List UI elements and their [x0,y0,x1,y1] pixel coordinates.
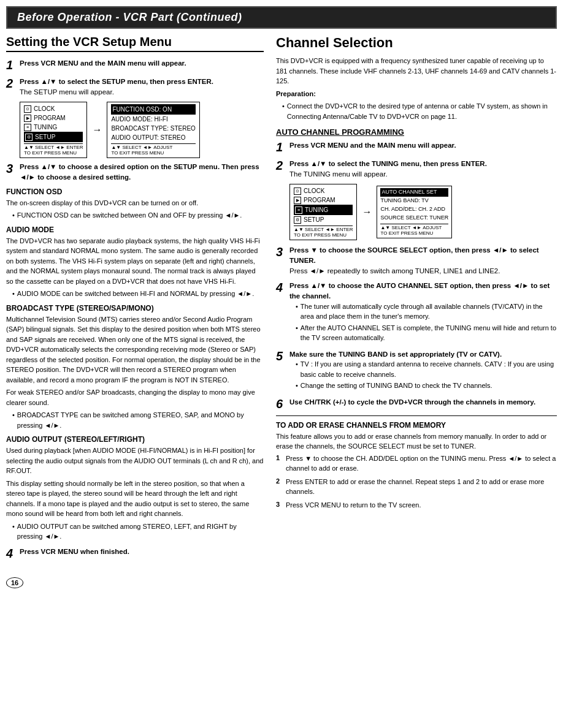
menu-box-right-2: AUTO CHANNEL SET TUNING BAND: TV CH. ADD… [377,186,452,238]
menu-box-left-1: ⊙ CLOCK ▶ PROGRAM ≡ TUNING ⚙ SETUP ▲▼ SE… [20,102,87,158]
menu-bottom-3: ▲▼ SELECT ◄► ENTERTO EXIT PRESS MENU [294,226,353,238]
divider-1 [276,415,557,416]
audio-output-body: Used during playback [when AUDIO MODE (H… [6,446,264,476]
auto-step-1-text: Press VCR MENU and the MAIN menu will ap… [289,142,456,149]
menu-row2-acs: AUTO CHANNEL SET [380,188,448,197]
menu-row2-clock: ⊙ CLOCK [294,186,353,195]
menu-row2-setup: ⚙ SETUP [294,215,353,224]
menu-bottom-1: ▲▼ SELECT ◄► ENTERTO EXIT PRESS MENU [24,143,83,156]
page-number: 16 [6,577,23,588]
step-4-text: Press VCR MENU when finished. [20,548,129,555]
menu-box-right-1: FUNCTION OSD: ON AUDIO MODE: HI-FI BROAD… [107,102,199,158]
auto-step-2-text-normal: The TUNING menu will appear. [289,170,388,178]
tuning-icon-2: ≡ [295,207,302,214]
auto-step-6: 6 Use CH/TRK (+/-) to cycle the DVD+VCR … [276,397,557,411]
step-2-text-bold: Press ▲/▼ to select the SETUP menu, then… [20,78,213,85]
function-osd-body: The on-screen display of this DVD+VCR ca… [6,198,264,208]
add-erase-step-2-num: 2 [276,477,286,497]
step-2-content: Press ▲/▼ to select the SETUP menu, then… [20,77,264,97]
auto-step-3-num: 3 [276,245,289,259]
auto-step-5-bold: Make sure the TUNING BAND is set appropr… [289,351,502,358]
menu-row-amode: AUDIO MODE: HI-FI [111,115,195,124]
auto-step-2-num: 2 [276,159,289,172]
broadcast-type-heading: BROADCAST TYPE (STEREO/SAP/MONO) [6,304,264,313]
auto-step-4-bullet-1: The tuner will automatically cycle throu… [296,301,557,322]
broadcast-type-bullet: BROADCAST TYPE can be switched among STE… [12,410,264,430]
auto-step-5-bullet-1: TV : If you are using a standard antenna… [296,359,557,379]
prep-bullet: Connect the DVD+VCR to the desired type … [282,101,557,121]
audio-output-body2: This display setting should normally be … [6,479,264,519]
auto-step-3-normal: Press ◄/► repeatedly to switch among TUN… [289,267,500,275]
right-column: Channel Selection This DVD+VCR is equipp… [276,35,557,565]
menu-row2-addel: CH. ADD/DEL: CH. 2 ADD [380,205,448,214]
auto-step-5-num: 5 [276,349,289,363]
menu-row2-tb: TUNING BAND: TV [380,197,448,205]
auto-step-4-bullet-2: After the AUTO CHANNEL SET is complete, … [296,323,557,343]
auto-step-3: 3 Press ▼ to choose the SOURCE SELECT op… [276,245,557,276]
step-2-num: 2 [6,77,20,90]
auto-step-3-bold: Press ▼ to choose the SOURCE SELECT opti… [289,246,539,264]
auto-step-3-content: Press ▼ to choose the SOURCE SELECT opti… [289,245,557,276]
menu-row-tuning: ≡ TUNING [24,123,83,132]
arrow-right-1: → [92,124,102,135]
auto-step-1-content: Press VCR MENU and the MAIN menu will ap… [289,140,557,151]
clock-icon-2: ⊙ [294,188,301,195]
step-1-text: Press VCR MENU and the MAIN menu will ap… [20,59,186,67]
auto-step-6-bold: Use CH/TRK (+/-) to cycle the DVD+VCR th… [289,398,535,406]
add-erase-step-1-num: 1 [276,454,286,474]
add-erase-step-2: 2 Press ENTER to add or erase the channe… [276,477,557,497]
program-icon: ▶ [24,115,31,122]
auto-step-4-content: Press ▲/▼ to choose the AUTO CHANNEL SET… [289,281,557,344]
left-section-title: Setting the VCR Setup Menu [6,35,264,52]
menu-row-clock: ⊙ CLOCK [24,104,83,113]
menu-diagram-2: ⊙ CLOCK ▶ PROGRAM ≡ TUNING ⚙ SETUP ▲▼ SE… [289,184,557,240]
auto-step-5: 5 Make sure the TUNING BAND is set appro… [276,349,557,392]
header-title: Before Operation - VCR Part (Continued) [17,11,546,24]
step-3-text: Press ▲/▼ to choose a desired option on … [20,163,259,181]
auto-step-5-bullet-2: Change the setting of TUNING BAND to che… [296,381,557,391]
program-icon-2: ▶ [294,197,301,204]
auto-step-1: 1 Press VCR MENU and the MAIN menu will … [276,140,557,154]
function-osd-bullet: FUNCTION OSD can be switched between ON … [12,210,264,221]
add-erase-step-3: 3 Press VCR MENU to return to the TV scr… [276,501,557,510]
menu-row-program: ▶ PROGRAM [24,113,83,123]
step-3-content: Press ▲/▼ to choose a desired option on … [20,162,264,182]
audio-mode-heading: AUDIO MODE [6,226,264,234]
header-bar: Before Operation - VCR Part (Continued) [6,6,557,29]
auto-step-2: 2 Press ▲/▼ to select the TUNING menu, t… [276,159,557,179]
left-column: Setting the VCR Setup Menu 1 Press VCR M… [6,35,264,565]
menu-bottom-2: ▲▼ SELECT ◄► ADJUSTTO EXIT PRESS MENU [111,143,195,156]
tuning-icon: ≡ [24,124,31,131]
auto-step-1-num: 1 [276,140,289,154]
menu-row-fosd: FUNCTION OSD: ON [111,104,195,115]
add-erase-step-2-content: Press ENTER to add or erase the channel.… [286,477,557,497]
audio-mode-bullet: AUDIO MODE can be switched between HI-FI… [12,289,264,299]
step-3-num: 3 [6,162,20,175]
step-4-num: 4 [6,547,20,560]
menu-row-aout: AUDIO OUTPUT: STEREO [111,133,195,142]
step-1: 1 Press VCR MENU and the MAIN menu will … [6,58,264,72]
menu-row2-src: SOURCE SELECT: TUNER [380,214,448,222]
clock-icon: ⊙ [24,105,31,113]
broadcast-type-body: Multichannel Television Sound (MTS) carr… [6,314,264,385]
menu-row2-tuning: ≡ TUNING [294,205,353,215]
menu-row2-program: ▶ PROGRAM [294,195,353,205]
auto-step-6-content: Use CH/TRK (+/-) to cycle the DVD+VCR th… [289,397,557,408]
step-1-content: Press VCR MENU and the MAIN menu will ap… [20,58,264,69]
step-4: 4 Press VCR MENU when finished. [6,547,264,560]
auto-step-6-num: 6 [276,397,289,411]
menu-box-left-2: ⊙ CLOCK ▶ PROGRAM ≡ TUNING ⚙ SETUP ▲▼ SE… [289,184,357,240]
channel-selection-title: Channel Selection [276,35,557,51]
audio-mode-body: The DVD+VCR has two separate audio playb… [6,236,264,287]
step-1-num: 1 [6,58,20,72]
add-erase-step-3-content: Press VCR MENU to return to the TV scree… [286,501,557,510]
broadcast-type-body2: For weak STEREO and/or SAP broadcasts, c… [6,387,264,408]
menu-diagram-1: ⊙ CLOCK ▶ PROGRAM ≡ TUNING ⚙ SETUP ▲▼ SE… [20,102,264,158]
auto-step-5-content: Make sure the TUNING BAND is set appropr… [289,349,557,392]
menu-row-btype: BROADCAST TYPE: STEREO [111,124,195,133]
menu-row-setup: ⚙ SETUP [24,132,83,142]
add-erase-heading: TO ADD OR ERASE CHANNELS FROM MEMORY [276,421,557,430]
step-2: 2 Press ▲/▼ to select the SETUP menu, th… [6,77,264,97]
main-content: Setting the VCR Setup Menu 1 Press VCR M… [6,29,557,571]
auto-step-2-text-bold: Press ▲/▼ to select the TUNING menu, the… [289,160,487,167]
